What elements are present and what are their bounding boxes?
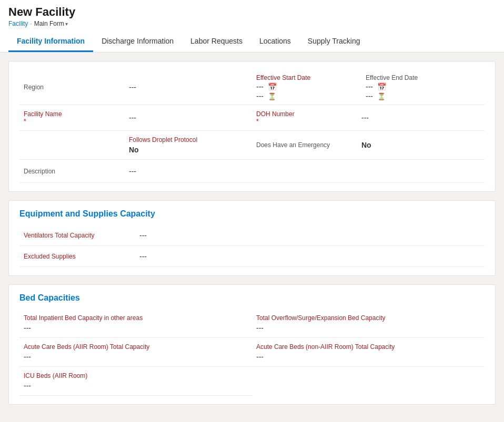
region-label: Region — [19, 70, 125, 105]
does-have-emergency-label: Does Have an Emergency — [256, 141, 353, 149]
ventilators-row: Ventilators Total Capacity --- — [19, 225, 485, 246]
does-have-emergency-value: No — [361, 141, 371, 149]
acute-care-non-aiir-group: Acute Care Beds (non-AIIR Room) Total Ca… — [252, 338, 485, 367]
breadcrumb: Facility · Main Form ▾ — [8, 20, 496, 27]
effective-end-date-label: Effective End Date — [366, 74, 418, 81]
follows-droplet-label: Follows Droplet Protocol — [129, 136, 248, 143]
breadcrumb-chevron: ▾ — [65, 21, 68, 27]
content-area: Region --- Effective Start Date --- 📅 --… — [0, 53, 504, 413]
facility-form: Region --- Effective Start Date --- 📅 --… — [19, 70, 485, 183]
acute-care-aiir-label: Acute Care Beds (AIIR Room) Total Capaci… — [24, 343, 248, 351]
description-label: Description — [19, 160, 125, 182]
tab-locations[interactable]: Locations — [251, 32, 299, 52]
total-inpatient-group: Total Inpatient Bed Capacity in other ar… — [19, 309, 252, 338]
breadcrumb-sep: · — [30, 20, 32, 27]
effective-start-date-label: Effective Start Date — [256, 74, 310, 81]
total-inpatient-value: --- — [24, 324, 248, 332]
row-region-dates: Region --- Effective Start Date --- 📅 --… — [19, 70, 485, 105]
row-protocols: Follows Droplet Protocol No Does Have an… — [19, 131, 485, 160]
tabs-nav: Facility Information Discharge Informati… — [8, 32, 496, 52]
equipment-card: Equipment and Supplies Capacity Ventilat… — [8, 200, 496, 276]
row-facility-doh: Facility Name * --- DOH Number * --- — [19, 105, 485, 131]
breadcrumb-main-form[interactable]: Main Form ▾ — [34, 20, 68, 27]
tab-discharge-information[interactable]: Discharge Information — [93, 32, 182, 52]
breadcrumb-facility[interactable]: Facility — [8, 20, 28, 27]
bed-capacities-card: Bed Capacities Total Inpatient Bed Capac… — [8, 284, 496, 405]
does-have-emergency-value-cell: No — [357, 131, 485, 159]
tab-facility-information[interactable]: Facility Information — [8, 32, 93, 52]
bed-section-title: Bed Capacities — [19, 293, 485, 303]
page-title: New Facility — [8, 5, 496, 19]
page-header: New Facility Facility · Main Form ▾ Faci… — [0, 0, 504, 53]
empty-cell-1 — [19, 131, 125, 159]
icu-beds-aiir-value: --- — [24, 382, 248, 390]
tab-supply-tracking[interactable]: Supply Tracking — [299, 32, 369, 52]
region-value: --- — [125, 70, 236, 105]
tab-labor-requests[interactable]: Labor Requests — [182, 32, 251, 52]
acute-care-non-aiir-label: Acute Care Beds (non-AIIR Room) Total Ca… — [256, 343, 480, 351]
total-overflow-group: Total Overflow/Surge/Expansion Bed Capac… — [252, 309, 485, 338]
effective-start-cal-icon[interactable]: 📅 — [268, 83, 277, 91]
acute-care-non-aiir-value: --- — [256, 353, 480, 361]
effective-end-clock-icon[interactable]: ⏳ — [377, 92, 386, 100]
ventilators-label: Ventilators Total Capacity — [19, 225, 135, 245]
effective-end-time-value: --- — [366, 92, 373, 100]
doh-number-req: * — [256, 118, 352, 125]
follows-droplet-group: Follows Droplet Protocol No — [125, 131, 252, 159]
acute-care-aiir-group: Acute Care Beds (AIIR Room) Total Capaci… — [19, 338, 252, 367]
total-overflow-label: Total Overflow/Surge/Expansion Bed Capac… — [256, 314, 480, 322]
ventilators-value: --- — [135, 225, 485, 245]
excluded-supplies-label: Excluded Supplies — [19, 246, 135, 266]
row-description: Description --- — [19, 160, 485, 183]
total-inpatient-label: Total Inpatient Bed Capacity in other ar… — [24, 314, 248, 322]
does-have-emergency-group: Does Have an Emergency — [252, 131, 357, 159]
bed-form: Total Inpatient Bed Capacity in other ar… — [19, 309, 485, 396]
effective-start-time-value: --- — [256, 92, 264, 100]
facility-name-value: --- — [125, 105, 252, 130]
equipment-section-title: Equipment and Supplies Capacity — [19, 209, 485, 219]
doh-number-label: DOH Number * — [252, 105, 357, 130]
equipment-form: Ventilators Total Capacity --- Excluded … — [19, 225, 485, 267]
effective-start-clock-icon[interactable]: ⏳ — [268, 92, 276, 100]
excluded-supplies-value: --- — [135, 246, 485, 266]
excluded-supplies-row: Excluded Supplies --- — [19, 246, 485, 267]
total-overflow-value: --- — [256, 324, 480, 332]
facility-name-req: * — [24, 118, 119, 125]
facility-name-label: Facility Name * — [19, 105, 125, 130]
description-value: --- — [125, 160, 485, 182]
acute-care-aiir-value: --- — [24, 353, 248, 361]
effective-end-date-value: --- — [366, 83, 373, 91]
effective-start-date-value: --- — [256, 83, 264, 91]
doh-number-value: --- — [357, 105, 485, 130]
follows-droplet-value: No — [129, 146, 248, 154]
effective-end-cal-icon[interactable]: 📅 — [377, 83, 386, 91]
icu-beds-aiir-label: ICU Beds (AIIR Room) — [24, 372, 248, 379]
facility-info-card: Region --- Effective Start Date --- 📅 --… — [8, 61, 496, 192]
icu-beds-aiir-group: ICU Beds (AIIR Room) --- — [19, 367, 252, 396]
